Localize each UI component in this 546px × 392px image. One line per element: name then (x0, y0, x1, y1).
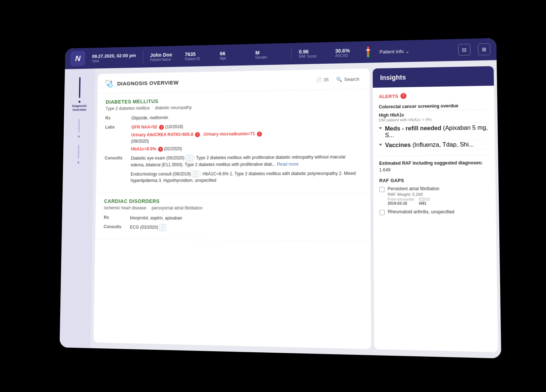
consult-1-text: Diabetic eye exam (05/2020) (131, 155, 184, 161)
diabetes-labs-row: Labs GFR NAA=52 ! (10/2018) Urinary Alb/… (105, 121, 361, 152)
sidebar-dot-2 (78, 135, 80, 137)
raf-score-field: 0.96 RAF Score (299, 48, 328, 58)
insights-body: ALERTS ! Colorectal cancer screening ove… (373, 86, 496, 225)
docs-count-value: 35 (324, 76, 329, 82)
sidebar-active-bar (79, 77, 81, 98)
insights-title: Insights (380, 74, 406, 81)
docs-icon: 📄 (316, 77, 322, 82)
raf-gap-afib-icd-value: I481 (419, 201, 430, 205)
cardiac-rx-row: Rx bisoprolol, aspirin, apixaban (104, 214, 361, 222)
meds-chevron-icon (379, 127, 382, 129)
patient-name-field: John Doe Patient Name (150, 51, 178, 62)
patient-info-chevron: ⌄ (405, 48, 409, 54)
patient-id-value: 7635 (185, 51, 213, 57)
alert-meds-content: Meds - refill needed (Apixaban 5 mg, S..… (385, 124, 488, 138)
cardiac-consult-1-text: ECG (03/2020) (130, 225, 158, 230)
sidebar-dot-active (78, 100, 80, 103)
lab-urinary: Urinary Alb/CREA RATIO=605.8 ! , Urinary… (131, 129, 361, 144)
raf-gap-afib-enc-label: From encounter (388, 197, 414, 201)
gender-label: Gender (255, 55, 284, 59)
consults-label: Consults (105, 155, 126, 161)
raf-gap-ra-content: Rheumatoid arthritis, unspecified (388, 209, 490, 215)
logo-box: N (70, 51, 85, 66)
patient-name-value: John Doe (150, 51, 178, 58)
left-sidebar: Diagnosis Overview (60, 68, 95, 348)
lab-microalbumin-alert-icon: ! (257, 131, 262, 136)
subtitle-dot-sep: · (152, 105, 153, 110)
raf-gap-afib-checkbox[interactable] (379, 187, 385, 192)
center-panel: 🩺 DIAGNOSIS OVERVIEW 📄 35 🔍 Search DIABE… (94, 68, 371, 349)
patient-info-button[interactable]: Patient info ⌄ (379, 48, 409, 54)
raf-gap-afib: Persistent atrial fibrillation RAF Weigh… (379, 186, 490, 205)
alert-item-meds: Meds - refill needed (Apixaban 5 mg, S..… (379, 123, 488, 140)
nav-icon-1: ⊟ (462, 47, 467, 52)
raf-gaps-title: RAF GAPS (379, 178, 489, 183)
nav-icon-btn-2[interactable]: ⊞ (478, 43, 490, 55)
raf-gap-afib-meta: From encounter 2019-03-18 ICD10 I481 (388, 197, 490, 205)
patient-name-label: Patient Name (150, 57, 178, 62)
consult-2-doc-icon: 📄 (192, 170, 199, 177)
raf-score-label: RAF Score (299, 54, 328, 58)
consult-1-read-more[interactable]: Read more (277, 161, 298, 166)
rx-value: Glipizide, metformin (131, 112, 361, 121)
ascvd-value-field: 30.6% ASCVD (335, 47, 365, 58)
alert-colorectal-text: Colorectal cancer screening overdue (379, 103, 459, 109)
logo-icon: N (75, 54, 80, 63)
patient-id-label: Patient ID (185, 56, 213, 60)
sidebar-item-2[interactable] (78, 117, 80, 138)
alerts-title: ALERTS ! (379, 91, 488, 99)
cardiac-consult-doc-icon: 📄 (159, 224, 167, 230)
consult-2: Endocrinology consult (08/2019) 📄 : HbA1… (131, 170, 361, 183)
visit-info: 09.27.2020, 02:00 pm Visit (92, 52, 136, 63)
raf-gap-ra-name: Rheumatoid arthritis, unspecified (388, 209, 490, 215)
consult-2-text: Endocrinology consult (08/2019) (131, 171, 191, 176)
raf-gap-ra-checkbox[interactable] (379, 210, 385, 215)
panel-title: DIAGNOSIS OVERVIEW (117, 76, 312, 86)
visit-label: Visit (92, 58, 136, 63)
cardiac-rx-label: Rx (104, 214, 124, 220)
diabetes-rx-row: Rx Glipizide, metformin (105, 112, 361, 122)
patient-id-field: 7635 Patient ID (185, 51, 213, 61)
lab-urinary-alert-icon: ! (195, 132, 200, 137)
ascvd-value: 30.6% (335, 47, 365, 54)
raf-estimated-value: 1.649 (379, 167, 391, 172)
cardiac-subtitle-1: ischemic heart disease (104, 205, 146, 210)
insights-panel: Insights ALERTS ! Colorectal cancer scre… (373, 66, 498, 352)
raf-gap-afib-meta-2: ICD10 I481 (419, 197, 430, 205)
ascvd-indicator (366, 49, 370, 50)
screen: N 09.27.2020, 02:00 pm Visit John Doe Pa… (60, 38, 501, 358)
alerts-text: ALERTS (379, 93, 398, 99)
search-button[interactable]: 🔍 Search (333, 75, 362, 83)
alert-vaccines-content: Vaccines (Influenza, Tdap, Shi... (385, 141, 474, 149)
sidebar-bar-light-2 (78, 144, 79, 158)
alert-meds-text: Meds - refill needed (385, 125, 441, 132)
nav-spacer (417, 50, 451, 51)
cardiac-consults-label: Consults (104, 224, 124, 229)
search-icon: 🔍 (336, 76, 342, 82)
nav-icon-btn-1[interactable]: ⊟ (458, 44, 470, 56)
cardiac-consult-values: ECG (03/2020) 📄 (130, 224, 361, 232)
cardiac-subtitle-2: paroxysmal atrial fibrillation (151, 205, 202, 210)
age-value: 66 (220, 50, 248, 56)
patient-info-label: Patient info (379, 48, 404, 54)
vaccines-chevron-icon (379, 144, 382, 146)
sidebar-bar-light-1 (78, 118, 80, 132)
lab-urinary-value: Urinary Alb/CREA RATIO=605.8 (131, 132, 193, 137)
lab-gfr-value: GFR NAA=52 (131, 124, 158, 130)
raf-gap-afib-icd-label: ICD10 (419, 197, 430, 201)
labs-label: Labs (105, 124, 126, 130)
nav-divider-1 (143, 51, 143, 63)
lab-hba1c-alert-icon: ! (158, 147, 163, 152)
raf-gap-afib-meta-1: From encounter 2019-03-18 (388, 197, 415, 205)
lab-hba1c-value: HbA1c=9.5% (131, 146, 156, 151)
nav-divider-2 (291, 47, 292, 60)
consults-values: Diabetic eye exam (05/2020) 📄 : Type 2 d… (131, 153, 361, 183)
raf-gap-ra: Rheumatoid arthritis, unspecified (379, 209, 490, 215)
sidebar-item-3[interactable] (77, 143, 80, 163)
alert-item-hba1c: High HbA1c DM patient with HbA1c > 8% (379, 110, 488, 124)
raf-estimated-section: Estimated RAF including suggested diagno… (379, 155, 489, 173)
sidebar-item-diagnosis-overview[interactable]: Diagnosis Overview (67, 75, 92, 112)
lab-gfr: GFR NAA=52 ! (10/2018) (131, 121, 361, 130)
rx-label: Rx (105, 115, 126, 120)
nav-icon-2: ⊞ (482, 46, 487, 52)
